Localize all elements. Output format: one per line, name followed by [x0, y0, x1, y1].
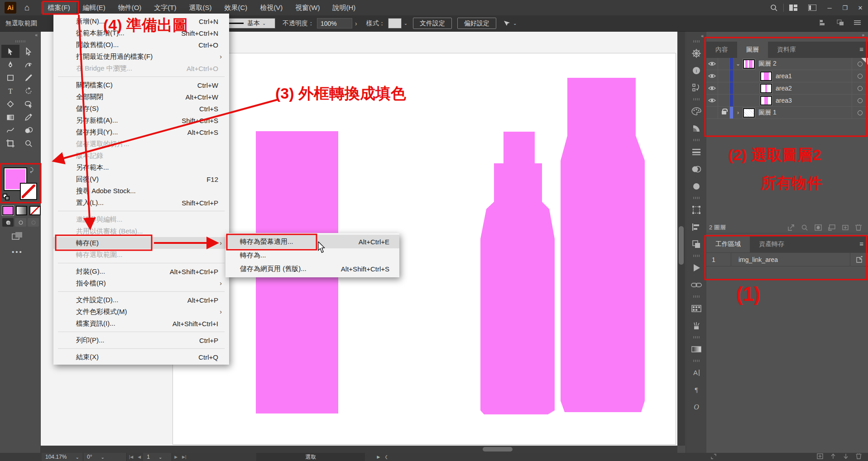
draw-behind-mode[interactable] — [15, 218, 26, 227]
brushes-panel-icon[interactable] — [686, 317, 706, 334]
swap-fill-stroke-icon[interactable]: ⤸ — [30, 166, 34, 174]
preferences-button[interactable]: 偏好設定 — [457, 18, 496, 29]
visibility-toggle[interactable] — [706, 58, 718, 70]
file-menu-item[interactable]: 共用以供審核 (Beta)... — [53, 225, 229, 237]
workspace-switcher-icon[interactable] — [808, 5, 816, 11]
file-menu-item[interactable]: 指令檔(R) › — [53, 277, 229, 289]
submenu-item[interactable]: 轉存為... — [225, 248, 399, 262]
visibility-toggle[interactable] — [706, 107, 718, 119]
draw-inside-mode[interactable] — [28, 218, 39, 227]
app-logo[interactable]: Ai — [5, 2, 16, 14]
curvature-tool[interactable] — [19, 58, 38, 71]
status-play-icon[interactable]: ▶ — [377, 455, 380, 459]
toolbar-collapse-icon[interactable]: « — [0, 32, 40, 38]
submenu-item[interactable]: 儲存為網頁用 (舊版)... Alt+Shift+Ctrl+S — [225, 262, 399, 276]
expand-chevron[interactable] — [733, 61, 743, 67]
target-column[interactable] — [852, 82, 868, 94]
panel-tab[interactable]: 工作區域 — [706, 236, 750, 252]
menu-bar-item[interactable]: 效果(C) — [218, 2, 254, 14]
type-tool[interactable]: T — [1, 84, 19, 97]
shaper-tool[interactable] — [19, 97, 38, 110]
first-artboard-icon[interactable]: |◀ — [129, 455, 133, 459]
file-menu-item[interactable]: 文件設定(D)... Alt+Ctrl+P — [53, 294, 229, 306]
opentype-panel-icon[interactable]: O — [686, 399, 706, 416]
gradient-tool[interactable] — [1, 110, 19, 124]
swatches-panel-icon[interactable] — [686, 300, 706, 317]
file-menu-item[interactable]: 轉存(E) › — [53, 237, 229, 249]
file-menu-item[interactable]: 關閉檔案(C) Ctrl+W — [53, 79, 229, 91]
file-menu-item[interactable]: 搜尋 Adobe Stock... — [53, 185, 229, 197]
panel-tab[interactable]: 資產轉存 — [750, 236, 793, 252]
panel-tab[interactable]: 內容 — [706, 42, 737, 58]
artboard-number[interactable]: 1 — [706, 253, 731, 266]
dock-collapse-icon[interactable]: « — [686, 32, 706, 38]
file-menu-item[interactable]: 全部關閉 Alt+Ctrl+W — [53, 91, 229, 103]
layer-name[interactable]: 圖層 1 — [758, 109, 777, 117]
lock-icon[interactable] — [718, 70, 730, 82]
info-icon[interactable]: i — [686, 62, 706, 79]
pathfinder-panel-icon[interactable] — [686, 236, 706, 253]
gradient-swatch-icon[interactable] — [686, 341, 706, 358]
shape-builder-tool[interactable] — [19, 124, 38, 137]
layer-thumbnail[interactable] — [760, 84, 772, 93]
arrange-documents-icon[interactable] — [789, 5, 797, 11]
arrange-panel-icon[interactable] — [837, 19, 844, 27]
artboard-name[interactable]: img_link_area — [731, 253, 850, 266]
layers-panel-menu-icon[interactable]: ≡ — [859, 45, 868, 53]
color-panel-icon[interactable] — [686, 103, 706, 120]
target-column[interactable] — [852, 70, 868, 82]
file-menu-item[interactable]: 儲存拷貝(Y)... Alt+Ctrl+S — [53, 126, 229, 138]
file-menu-item[interactable]: 在 Bridge 中瀏覽... Alt+Ctrl+O — [53, 62, 229, 74]
locate-object-icon[interactable] — [801, 224, 808, 231]
default-fill-stroke-icon[interactable] — [3, 194, 10, 201]
direct-selection-tool[interactable] — [19, 45, 38, 58]
new-layer-icon[interactable] — [842, 224, 849, 231]
menu-bar-item[interactable]: 選取(S) — [182, 2, 218, 14]
gradient-panel-icon[interactable] — [686, 178, 706, 195]
zoom-tool[interactable] — [19, 137, 38, 150]
rotate-tool[interactable] — [19, 84, 38, 97]
screen-mode-icon[interactable] — [12, 232, 24, 242]
width-tool[interactable] — [1, 124, 19, 137]
artboard-tool[interactable] — [1, 137, 19, 150]
menu-bar-item[interactable]: 檔案(F) — [41, 2, 76, 14]
align-panel-icon[interactable] — [686, 219, 706, 236]
zoom-level-dropdown[interactable]: 104.17%⌄ — [42, 453, 83, 461]
vertical-scrollbar[interactable] — [677, 32, 685, 446]
layer-thumbnail[interactable] — [760, 71, 772, 81]
layer-thumbnail[interactable] — [760, 96, 772, 105]
file-menu-item[interactable]: 文件色彩模式(M) › — [53, 306, 229, 318]
layer-row[interactable]: area1 — [706, 70, 868, 82]
close-button[interactable]: ✕ — [853, 0, 868, 15]
snap-options-icon[interactable]: ⌄ — [503, 20, 517, 27]
move-up-icon[interactable] — [830, 453, 836, 461]
actions-panel-icon[interactable] — [686, 259, 706, 276]
file-menu-item[interactable]: 回復(V) F12 — [53, 173, 229, 185]
layer-name[interactable]: area2 — [776, 85, 792, 92]
eyedropper-tool[interactable] — [19, 110, 38, 124]
minimize-button[interactable]: ─ — [822, 0, 837, 15]
panel-tab[interactable]: 圖層 — [737, 42, 768, 58]
new-artboard-icon[interactable] — [817, 453, 823, 461]
align-panel-icon[interactable] — [820, 19, 827, 27]
rotation-dropdown[interactable]: 0°⌄ — [83, 453, 127, 461]
target-column[interactable] — [852, 58, 868, 70]
lock-icon[interactable] — [718, 107, 730, 119]
paragraph-panel-icon[interactable]: ¶ — [686, 381, 706, 399]
links-panel-icon[interactable] — [686, 276, 706, 294]
file-menu-item[interactable]: 檔案資訊(I)... Alt+Shift+Ctrl+I — [53, 318, 229, 329]
target-column[interactable] — [852, 107, 868, 119]
style-dropdown-arrow[interactable]: ⌄ — [404, 21, 408, 26]
visibility-toggle[interactable] — [706, 70, 718, 82]
horizontal-scrollbar[interactable] — [41, 446, 677, 453]
artboards-panel-menu-icon[interactable]: ≡ — [859, 240, 868, 247]
stroke-color-swatch[interactable] — [20, 183, 37, 200]
search-icon[interactable] — [770, 4, 778, 12]
stroke-panel-icon[interactable] — [686, 143, 706, 161]
layer-row[interactable]: area3 — [706, 95, 868, 107]
vertical-scroll-thumb[interactable] — [679, 226, 684, 265]
edit-toolbar-icon[interactable]: ••• — [12, 248, 23, 256]
delete-artboard-icon[interactable] — [856, 453, 862, 461]
color-guide-icon[interactable] — [686, 120, 706, 137]
status-expand-icon[interactable]: ❮ — [384, 455, 388, 459]
